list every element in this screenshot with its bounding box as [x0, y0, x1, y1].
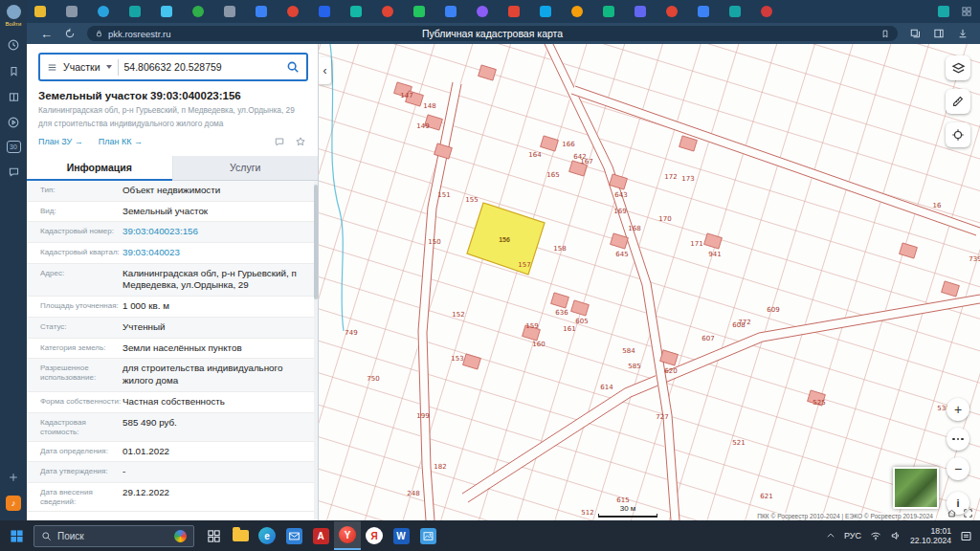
tab-favicon[interactable] — [319, 6, 330, 17]
avatar — [7, 5, 21, 19]
more-button[interactable] — [947, 428, 969, 451]
menu-icon[interactable] — [47, 62, 57, 73]
tab-favicon[interactable] — [161, 6, 172, 17]
refresh-button[interactable] — [64, 28, 76, 39]
back-button[interactable]: ← — [40, 28, 53, 40]
tab-information[interactable]: Информация — [27, 156, 172, 181]
profile-login-button[interactable] — [7, 5, 21, 19]
clock-time: 18:01 — [930, 526, 951, 536]
address-bar[interactable]: pkk.rosreestr.ru Публичная кадастровая к… — [87, 26, 898, 41]
tab-favicon[interactable] — [666, 6, 678, 17]
parcel-label: 645 — [615, 251, 628, 258]
tab-favicon[interactable] — [224, 6, 235, 17]
tab-favicon[interactable] — [413, 6, 425, 17]
bookmarks-icon[interactable] — [6, 63, 21, 78]
fullscreen-icon[interactable] — [963, 508, 973, 518]
detail-label: Кадастровый квартал: — [27, 247, 122, 257]
tab-favicon[interactable] — [477, 6, 488, 17]
taskbar-clock[interactable]: 18:01 22.10.2024 — [910, 526, 951, 546]
panel-collapse-button[interactable]: ‹ — [319, 57, 331, 84]
notifications-icon[interactable] — [960, 530, 972, 542]
tab-favicon[interactable] — [445, 6, 457, 17]
scrollbar-thumb[interactable] — [314, 185, 318, 299]
measure-button[interactable] — [946, 89, 970, 114]
tab-favicon[interactable] — [761, 6, 772, 17]
search-box[interactable]: Участки 54.806632 20.528759 — [38, 53, 308, 81]
download-icon[interactable] — [957, 28, 969, 39]
map-area[interactable]: 1471481491511551501521537497501991822481… — [319, 44, 980, 520]
search-highlight-icon[interactable] — [174, 530, 187, 542]
tab-favicon[interactable] — [129, 6, 141, 17]
start-button[interactable] — [10, 529, 24, 543]
tab-favicon[interactable] — [382, 6, 393, 17]
video-icon[interactable] — [6, 115, 21, 130]
bookmark-icon[interactable] — [880, 29, 890, 39]
task-view-button[interactable] — [200, 521, 227, 550]
locate-button[interactable] — [946, 122, 970, 147]
file-explorer-button[interactable] — [227, 521, 254, 550]
search-category-select[interactable]: Участки — [63, 61, 100, 73]
language-indicator[interactable]: РУС — [844, 531, 861, 540]
tab-services[interactable]: Услуги — [172, 156, 319, 181]
speaker-icon[interactable] — [890, 530, 902, 541]
detail-value[interactable]: 39:03:040023 — [122, 247, 318, 259]
message-icon[interactable] — [274, 136, 285, 147]
edge-button[interactable]: e — [254, 521, 280, 550]
parcel-label: 749 — [345, 329, 357, 337]
panels-toggle-icon[interactable] — [933, 28, 945, 39]
extension-icon[interactable] — [938, 6, 949, 17]
search-icon[interactable] — [286, 60, 300, 74]
tab-favicon[interactable] — [34, 6, 46, 17]
search-input[interactable]: 54.806632 20.528759 — [124, 61, 281, 73]
mail-button[interactable] — [280, 521, 307, 550]
wifi-icon[interactable] — [870, 530, 881, 541]
parcel-label: 173 — [681, 175, 694, 183]
music-icon[interactable]: ♪ — [6, 496, 21, 511]
photos-button[interactable] — [414, 521, 441, 550]
acrobat-button[interactable]: A — [307, 521, 334, 550]
parcel-label: 615 — [616, 496, 629, 504]
zoom-in-button[interactable]: + — [947, 398, 969, 421]
scrollbar[interactable] — [314, 181, 318, 520]
tab-favicon[interactable] — [192, 6, 204, 17]
tab-favicon[interactable] — [98, 6, 109, 17]
tab-favicon[interactable] — [729, 6, 741, 17]
yandex-button[interactable]: Я — [361, 521, 388, 550]
tab-favicon[interactable] — [540, 6, 551, 17]
login-label: Войти — [6, 21, 22, 27]
tab-favicon[interactable] — [635, 6, 646, 17]
history-icon[interactable] — [6, 37, 21, 53]
layers-button[interactable] — [946, 55, 970, 80]
tab-favicon[interactable] — [698, 6, 709, 17]
parcel-label: 772 — [738, 319, 750, 326]
speed-badge[interactable]: 30 — [7, 141, 21, 153]
word-button[interactable]: W — [388, 521, 414, 550]
tab-grid-icon[interactable] — [961, 6, 972, 17]
panels-icon[interactable] — [6, 89, 21, 104]
minimap[interactable] — [893, 467, 939, 509]
zoom-out-button[interactable]: − — [947, 457, 969, 480]
tab-favicon[interactable] — [256, 6, 267, 17]
yandex-browser-button[interactable]: Y — [334, 521, 361, 550]
detail-value[interactable]: 39:03:040023:156 — [122, 226, 318, 238]
tab-favicon[interactable] — [603, 6, 614, 17]
collections-icon[interactable] — [909, 28, 921, 39]
home-icon[interactable] — [947, 508, 957, 518]
detail-value: Земли населённых пунктов — [122, 342, 318, 355]
building — [942, 281, 960, 297]
plan-zu-link[interactable]: План ЗУ → — [38, 137, 83, 146]
plan-kk-link[interactable]: План КК → — [99, 137, 143, 146]
tab-favicon[interactable] — [350, 6, 362, 17]
detail-label: Кадастровая стоимость: — [27, 417, 122, 437]
tab-favicon[interactable] — [66, 6, 78, 17]
star-icon[interactable] — [295, 136, 306, 147]
tab-favicon[interactable] — [571, 6, 583, 17]
add-icon[interactable] — [6, 470, 21, 485]
taskbar-search[interactable]: Поиск — [33, 525, 194, 547]
tray-expand-icon[interactable] — [826, 531, 835, 540]
parcel-label: 172 — [664, 173, 677, 181]
chat-icon[interactable] — [6, 164, 21, 179]
tab-favicon[interactable] — [287, 6, 299, 17]
parcel-label: 584 — [622, 347, 635, 355]
tab-favicon[interactable] — [508, 6, 520, 17]
